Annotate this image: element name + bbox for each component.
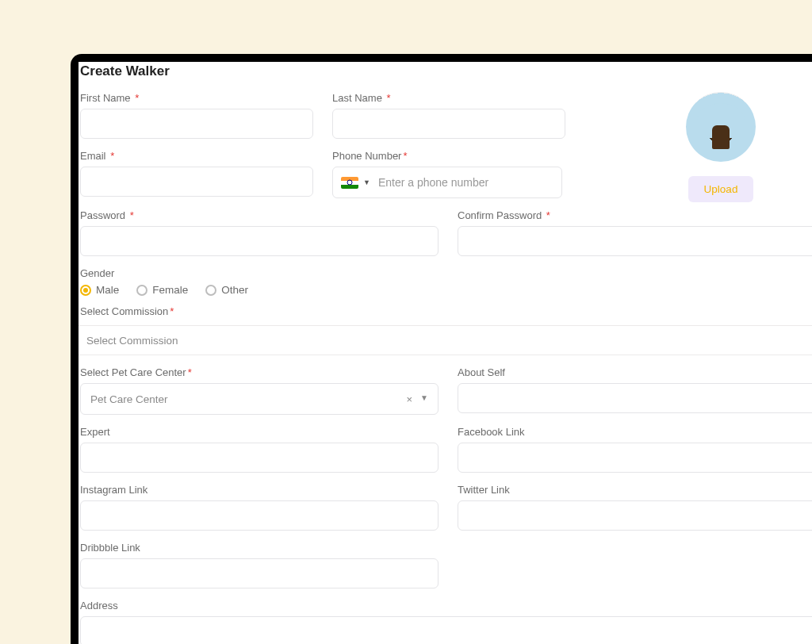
- radio-icon: [136, 285, 147, 296]
- instagram-input[interactable]: [80, 500, 439, 531]
- first-name-input[interactable]: [80, 109, 313, 139]
- app-screen: Create Walker Upload First Name * Last N…: [79, 62, 812, 644]
- chevron-down-icon[interactable]: ▼: [363, 178, 370, 186]
- required-mark: *: [110, 150, 114, 162]
- petcare-label: Select Pet Care Center*: [80, 366, 439, 378]
- petcare-select[interactable]: Pet Care Center × ▼: [80, 383, 439, 415]
- avatar-block: Upload: [669, 92, 772, 202]
- phone-input-group[interactable]: ▼ Enter a phone number: [332, 167, 562, 198]
- phone-placeholder: Enter a phone number: [378, 176, 488, 189]
- address-label: Address: [80, 600, 812, 611]
- twitter-input[interactable]: [458, 500, 812, 531]
- commission-placeholder: Select Commission: [86, 335, 178, 347]
- page-title: Create Walker: [79, 62, 812, 79]
- chevron-down-icon[interactable]: ▼: [420, 393, 428, 405]
- required-mark: *: [403, 150, 407, 162]
- commission-label: Select Commission*: [80, 305, 812, 317]
- commission-select[interactable]: Select Commission: [79, 325, 812, 355]
- gender-other-option[interactable]: Other: [205, 284, 248, 296]
- page-background: Create Walker Upload First Name * Last N…: [0, 0, 812, 644]
- create-walker-form: Upload First Name * Last Name *: [79, 92, 812, 644]
- required-mark: *: [170, 305, 174, 317]
- gender-label: Gender: [80, 267, 812, 279]
- gender-male-label: Male: [96, 284, 119, 296]
- last-name-label: Last Name *: [332, 92, 565, 104]
- email-input[interactable]: [80, 167, 313, 197]
- gender-radio-group: Male Female Other: [80, 284, 812, 296]
- address-input[interactable]: [80, 616, 812, 644]
- gender-female-option[interactable]: Female: [136, 284, 188, 296]
- petcare-placeholder: Pet Care Center: [90, 393, 168, 405]
- facebook-label: Facebook Link: [458, 426, 812, 438]
- required-mark: *: [387, 92, 391, 104]
- clear-icon[interactable]: ×: [407, 393, 413, 405]
- gender-female-label: Female: [152, 284, 188, 296]
- password-label: Password *: [80, 209, 439, 221]
- dribbble-label: Dribbble Link: [80, 542, 439, 554]
- device-frame: Create Walker Upload First Name * Last N…: [71, 54, 812, 644]
- required-mark: *: [130, 209, 134, 221]
- last-name-input[interactable]: [332, 109, 565, 139]
- gender-other-label: Other: [221, 284, 248, 296]
- confirm-password-input[interactable]: [458, 226, 812, 256]
- radio-checked-icon: [80, 285, 91, 296]
- expert-label: Expert: [80, 426, 439, 438]
- about-self-input[interactable]: [458, 383, 812, 413]
- email-label: Email *: [80, 150, 313, 162]
- confirm-password-label: Confirm Password *: [458, 209, 812, 221]
- about-self-label: About Self: [458, 366, 812, 378]
- gender-male-option[interactable]: Male: [80, 284, 119, 296]
- required-mark: *: [188, 366, 192, 378]
- radio-icon: [205, 285, 216, 296]
- twitter-label: Twitter Link: [458, 484, 812, 496]
- phone-label: Phone Number*: [332, 150, 565, 162]
- required-mark: *: [546, 209, 550, 221]
- flag-india-icon[interactable]: [341, 177, 358, 189]
- dribbble-input[interactable]: [80, 558, 439, 588]
- first-name-label: First Name *: [80, 92, 313, 104]
- password-input[interactable]: [80, 226, 439, 256]
- instagram-label: Instagram Link: [80, 484, 439, 496]
- expert-input[interactable]: [80, 443, 439, 473]
- upload-button[interactable]: Upload: [688, 176, 754, 202]
- avatar: [686, 92, 756, 162]
- facebook-input[interactable]: [458, 443, 812, 473]
- required-mark: *: [135, 92, 139, 104]
